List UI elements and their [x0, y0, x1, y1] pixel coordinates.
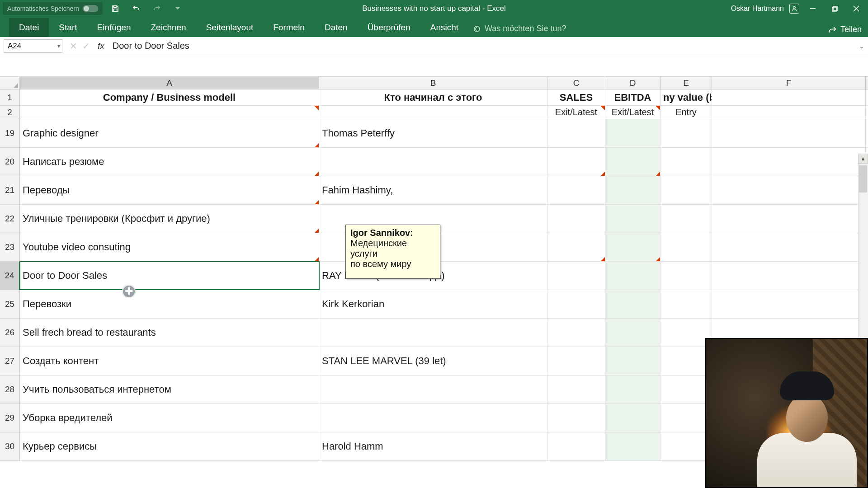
row-header-27[interactable]: 27	[0, 347, 20, 375]
row-header-30[interactable]: 30	[0, 432, 20, 461]
row-header-28[interactable]: 28	[0, 375, 20, 404]
minimize-button[interactable]	[805, 0, 821, 17]
tab-home[interactable]: Start	[49, 18, 87, 37]
header-ebitda[interactable]: EBITDA	[605, 89, 660, 105]
cell[interactable]	[712, 233, 866, 261]
cell[interactable]	[660, 319, 712, 347]
cell[interactable]	[319, 319, 547, 347]
cell[interactable]	[547, 176, 605, 204]
cell[interactable]	[660, 205, 712, 233]
cell[interactable]	[605, 119, 660, 147]
cell[interactable]: Kirk Kerkorian	[319, 290, 547, 318]
tab-draw[interactable]: Zeichnen	[141, 18, 196, 37]
cell[interactable]	[547, 347, 605, 375]
header-who-started[interactable]: Кто начинал с этого	[319, 89, 547, 105]
cell[interactable]	[712, 89, 866, 105]
cell[interactable]	[605, 432, 660, 460]
cell[interactable]	[605, 262, 660, 290]
cell[interactable]	[547, 319, 605, 347]
scroll-up-icon[interactable]: ▲	[858, 154, 868, 164]
subheader-entry[interactable]: Entry	[660, 106, 712, 119]
cell[interactable]: Youtube video consuting	[20, 233, 319, 261]
cell[interactable]	[660, 148, 712, 176]
cell[interactable]	[712, 290, 866, 318]
row-header-26[interactable]: 26	[0, 319, 20, 347]
cell[interactable]	[20, 106, 319, 119]
tab-insert[interactable]: Einfügen	[87, 18, 141, 37]
share-button[interactable]: Teilen	[828, 25, 862, 34]
cell[interactable]: Уборка вредителей	[20, 404, 319, 432]
cell[interactable]	[712, 176, 866, 204]
name-box[interactable]: A24 ▾	[4, 39, 62, 53]
fx-icon[interactable]: fx	[92, 41, 110, 51]
cell[interactable]: Sell frech bread to restaurants	[20, 319, 319, 347]
cell[interactable]: Написать резюме	[20, 148, 319, 176]
col-header-C[interactable]: C	[547, 77, 605, 89]
row-header-22[interactable]: 22	[0, 205, 20, 233]
scroll-thumb[interactable]	[859, 165, 867, 192]
autosave-toggle[interactable]: Automatisches Speichern	[3, 2, 103, 15]
cell[interactable]: Уличные тренировки (Кросфит и другие)	[20, 205, 319, 233]
cell[interactable]: Door to Door Sales	[20, 262, 319, 290]
formula-expand-icon[interactable]: ⌄	[855, 42, 868, 50]
header-company-value[interactable]: ny value (b	[660, 89, 712, 105]
col-header-A[interactable]: A	[20, 77, 319, 89]
cell[interactable]	[660, 432, 712, 460]
row-header-25[interactable]: 25	[0, 290, 20, 319]
cell[interactable]: Graphic designer	[20, 119, 319, 147]
header-company[interactable]: Company / Business modell	[20, 89, 319, 105]
cell[interactable]	[660, 290, 712, 318]
cell[interactable]	[660, 404, 712, 432]
cell[interactable]: Fahim Hashimy,	[319, 176, 547, 204]
cell[interactable]	[547, 290, 605, 318]
cell[interactable]	[547, 375, 605, 404]
cell[interactable]	[712, 262, 866, 290]
cell[interactable]: Учить пользоваться интернетом	[20, 375, 319, 404]
undo-icon[interactable]	[132, 4, 141, 13]
tell-me-search[interactable]: Was möchten Sie tun?	[468, 20, 571, 37]
col-header-F[interactable]: F	[712, 77, 866, 89]
col-header-D[interactable]: D	[605, 77, 660, 89]
tab-file[interactable]: Datei	[9, 18, 49, 37]
col-header-E[interactable]: E	[660, 77, 712, 89]
select-all-corner[interactable]	[0, 77, 20, 89]
cell[interactable]	[547, 404, 605, 432]
cell[interactable]	[319, 106, 547, 119]
cell[interactable]	[660, 233, 712, 261]
cell[interactable]	[660, 262, 712, 290]
cell[interactable]	[547, 148, 605, 176]
cell[interactable]	[605, 205, 660, 233]
cell[interactable]	[712, 148, 866, 176]
header-sales[interactable]: SALES	[547, 89, 605, 105]
tab-data[interactable]: Daten	[315, 18, 358, 37]
cell[interactable]	[660, 176, 712, 204]
cell[interactable]	[712, 119, 866, 147]
tab-view[interactable]: Ansicht	[420, 18, 468, 37]
cell[interactable]	[712, 205, 866, 233]
name-box-dropdown-icon[interactable]: ▾	[57, 43, 60, 49]
cell[interactable]	[712, 106, 866, 119]
cell[interactable]	[660, 375, 712, 404]
tab-formulas[interactable]: Formeln	[263, 18, 315, 37]
formula-input[interactable]: Door to Door Sales	[110, 41, 855, 51]
cell[interactable]	[319, 375, 547, 404]
row-header-20[interactable]: 20	[0, 148, 20, 176]
cell[interactable]: Перевозки	[20, 290, 319, 318]
redo-icon[interactable]	[152, 4, 161, 13]
cell[interactable]	[605, 148, 660, 176]
row-header-1[interactable]: 1	[0, 89, 20, 106]
row-header-21[interactable]: 21	[0, 176, 20, 205]
row-header-23[interactable]: 23	[0, 233, 20, 262]
cell[interactable]	[660, 347, 712, 375]
user-avatar-icon[interactable]	[789, 4, 799, 14]
col-header-B[interactable]: B	[319, 77, 547, 89]
cell[interactable]	[605, 176, 660, 204]
cell[interactable]	[547, 205, 605, 233]
qat-customize-icon[interactable]	[173, 4, 182, 13]
cell[interactable]	[660, 119, 712, 147]
cell[interactable]: Курьер сервисы	[20, 432, 319, 460]
cell[interactable]	[605, 319, 660, 347]
maximize-button[interactable]	[826, 0, 843, 17]
save-icon[interactable]	[111, 4, 120, 13]
cell[interactable]: Thomas Peterffy	[319, 119, 547, 147]
